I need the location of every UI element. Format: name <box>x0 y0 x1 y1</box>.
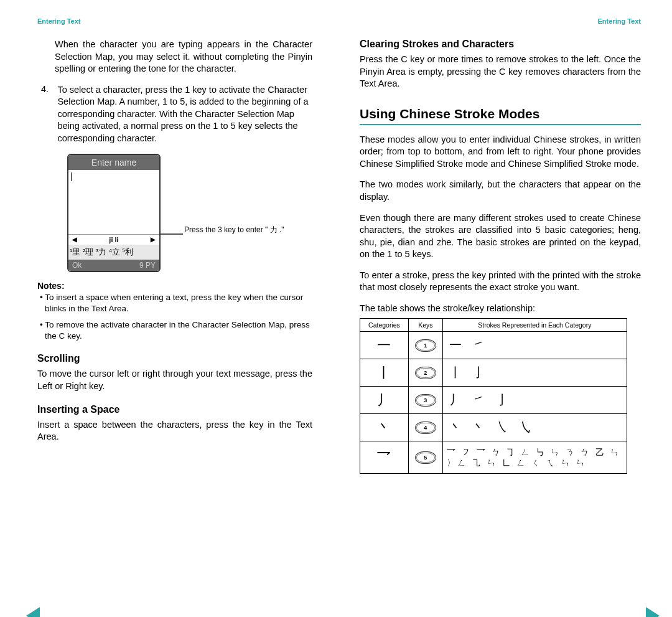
page-right: Entering Text Clearing Strokes and Chara… <box>336 0 672 617</box>
stroke-samples: 乛 ㇇ 乛 ㄅ ㇆ ㄥ ㇉ ㄣ ㄋ ㄅ 乙 ㄣ 〉ㄥ ㇈ ㄣ ㇗ ㄥ ㄑ ㄟ ㄣ… <box>442 441 627 474</box>
stroke-modes-heading: Using Chinese Stroke Modes <box>360 106 641 121</box>
stroke-category: 乛 <box>360 441 409 474</box>
stroke-samples: 一 ㇀ <box>442 332 627 359</box>
clearing-heading: Clearing Strokes and Characters <box>360 39 641 50</box>
keycap-icon: 2 <box>415 367 436 379</box>
phone-softkeys: Ok 9 PY <box>68 260 159 271</box>
stroke-samples: 丶 丶 ㇏ ㇂ <box>442 414 627 441</box>
stroke-key: 4 <box>408 414 442 441</box>
stroke-category: 丶 <box>360 414 409 441</box>
table-row: 丨2丨 亅 <box>360 359 627 387</box>
phone-figure: Enter name ◀ ji li ▶ ¹里 ²理 ³力 ⁴立 ⁵利 Ok 9… <box>67 154 312 272</box>
table-row: 乛5乛 ㇇ 乛 ㄅ ㇆ ㄥ ㇉ ㄣ ㄋ ㄅ 乙 ㄣ 〉ㄥ ㇈ ㄣ ㇗ ㄥ ㄑ ㄟ… <box>360 441 627 474</box>
page-left: Entering Text When the character you are… <box>0 0 336 617</box>
running-header-right: Entering Text <box>360 17 641 25</box>
stroke-table: Categories Keys Strokes Represented in E… <box>360 318 627 474</box>
stroke-category: 一 <box>360 332 409 359</box>
keycap-icon: 5 <box>415 451 436 464</box>
page-number-left-text: 40 <box>30 603 37 610</box>
clearing-text: Press the C key or more times to remove … <box>360 54 641 90</box>
note-1: • To insert a space when entering a text… <box>45 292 312 314</box>
inserting-space-text: Insert a space between the characters, p… <box>37 419 312 443</box>
scrolling-heading: Scrolling <box>37 353 312 364</box>
inserting-space-heading: Inserting a Space <box>37 404 312 415</box>
page-number-right-text: 41 <box>635 603 642 610</box>
stroke-key: 3 <box>408 387 442 414</box>
keycap-icon: 3 <box>415 394 436 407</box>
callout-text: Press the 3 key to enter " 力 ." <box>184 225 284 235</box>
right-arrow-icon: ▶ <box>151 236 156 243</box>
stroke-samples: 丿 ㇀ 亅 <box>442 387 627 414</box>
stroke-key: 5 <box>408 441 442 474</box>
step4-number: 4. <box>41 84 55 94</box>
step4-text: To select a character, press the 1 key t… <box>57 84 311 145</box>
phone-textarea <box>68 170 159 235</box>
table-row: 丿3丿 ㇀ 亅 <box>360 387 627 414</box>
left-arrow-icon: ◀ <box>72 236 77 243</box>
softkey-left: Ok <box>72 261 82 270</box>
note-2: • To remove the activate character in th… <box>45 319 312 342</box>
stroke-samples: 丨 亅 <box>442 359 627 387</box>
stroke-category: 丨 <box>360 359 409 387</box>
softkey-right: 9 PY <box>139 261 156 270</box>
stroke-key: 2 <box>408 359 442 387</box>
table-row: 一1一 ㇀ <box>360 332 627 359</box>
intro-paragraph: When the character you are typing appear… <box>55 39 312 75</box>
keycap-icon: 4 <box>415 422 436 434</box>
stroke-p5: The table shows the stroke/key relations… <box>360 303 641 315</box>
phone-title: Enter name <box>68 155 159 170</box>
phone-char-row: ¹里 ²理 ³力 ⁴立 ⁵利 <box>68 245 159 260</box>
phone-mock: Enter name ◀ ji li ▶ ¹里 ²理 ³力 ⁴立 ⁵利 Ok 9… <box>67 154 161 272</box>
callout-line <box>161 233 183 235</box>
th-strokes: Strokes Represented in Each Category <box>442 319 627 332</box>
stroke-key: 1 <box>408 332 442 359</box>
stroke-p1: These modes allow you to enter individua… <box>360 134 641 171</box>
phone-pinyin-row: ◀ ji li ▶ <box>68 235 159 245</box>
notes-label: Notes: <box>37 281 312 291</box>
stroke-p2: The two modes work similarly, but the ch… <box>360 179 641 203</box>
th-categories: Categories <box>360 319 409 332</box>
keycap-icon: 1 <box>415 339 436 352</box>
stroke-p4: To enter a stroke, press the key printed… <box>360 270 641 294</box>
step-4: 4. To select a character, press the 1 ke… <box>41 84 312 145</box>
document-spread: Entering Text When the character you are… <box>0 0 672 617</box>
stroke-p3: Even though there are many different str… <box>360 212 641 261</box>
stroke-category: 丿 <box>360 387 409 414</box>
scrolling-text: To move the cursor left or right through… <box>37 368 312 392</box>
pinyin-text: ji li <box>109 236 118 243</box>
running-header-left: Entering Text <box>37 17 312 25</box>
heading-rule <box>360 124 641 125</box>
table-row: 丶4丶 丶 ㇏ ㇂ <box>360 414 627 441</box>
th-keys: Keys <box>408 319 442 332</box>
